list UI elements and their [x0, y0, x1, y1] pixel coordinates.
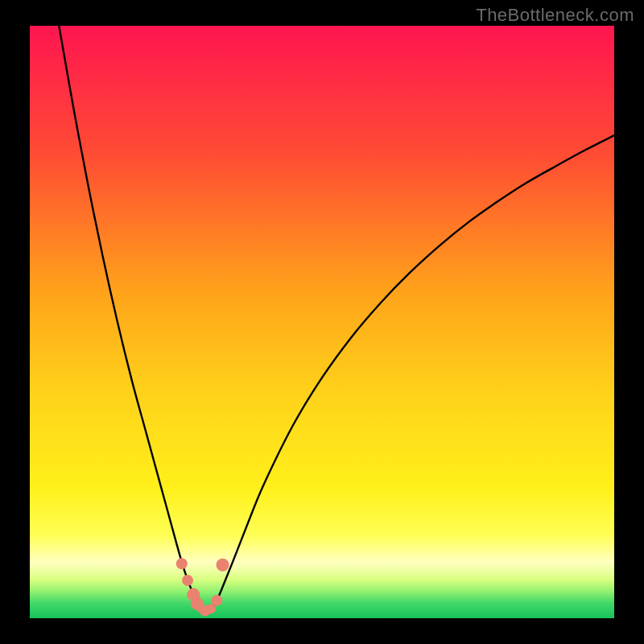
- curve-marker: [176, 558, 188, 569]
- curve-marker: [217, 559, 229, 572]
- chart-frame: { "watermark": "TheBottleneck.com", "col…: [0, 0, 644, 644]
- curve-marker: [211, 595, 222, 606]
- curve-marker: [182, 575, 193, 586]
- chart-svg: [0, 0, 644, 644]
